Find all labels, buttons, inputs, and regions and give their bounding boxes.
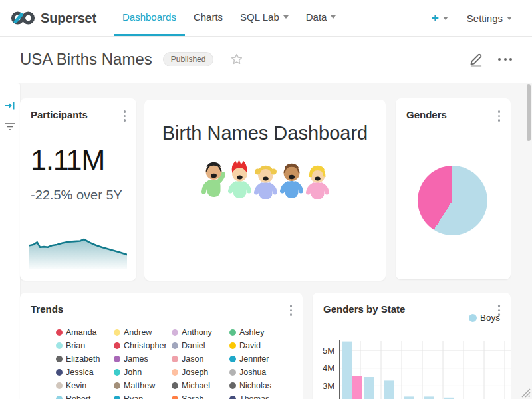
vertical-scrollbar[interactable] xyxy=(527,84,531,141)
new-item-button[interactable]: + xyxy=(432,11,448,25)
chart-card-genders: Genders xyxy=(396,98,511,279)
trends-legend-item[interactable]: Brian xyxy=(56,339,114,352)
superset-logo[interactable]: Superset xyxy=(11,0,96,36)
main-menu: Dashboards Charts SQL Lab Data xyxy=(114,0,344,36)
series-name: James xyxy=(124,354,148,364)
series-name: Ashley xyxy=(239,328,265,337)
dashboard-header: USA Births Names Published xyxy=(0,37,532,82)
trends-legend-item[interactable]: Daniel xyxy=(172,339,229,352)
series-name: Christopher xyxy=(124,341,167,350)
chevron-down-icon xyxy=(507,17,512,20)
series-color-dot xyxy=(229,369,236,376)
page-title: USA Births Names xyxy=(20,50,152,68)
series-color-dot xyxy=(56,382,63,389)
series-name: Michael xyxy=(182,381,210,390)
trends-legend-item[interactable]: Ashley xyxy=(229,326,287,339)
chart-title[interactable]: Genders by State xyxy=(323,303,405,315)
series-color-dot xyxy=(114,356,120,362)
settings-menu[interactable]: Settings xyxy=(467,13,512,24)
top-navbar: Superset Dashboards Charts SQL Lab Data … xyxy=(0,0,532,37)
series-color-dot xyxy=(229,342,236,349)
trends-legend-item[interactable]: John xyxy=(114,366,172,379)
trends-legend-item[interactable]: Andrew xyxy=(114,326,172,339)
series-name: Joseph xyxy=(182,368,208,377)
series-color-dot xyxy=(56,369,63,376)
filter-icon[interactable] xyxy=(5,122,15,134)
trends-legend-item[interactable]: Thomas xyxy=(229,392,287,399)
trends-legend-item[interactable]: Jason xyxy=(172,352,229,366)
big-number-value: 1.11M xyxy=(31,144,104,176)
series-color-dot xyxy=(229,382,236,389)
plus-icon: + xyxy=(432,11,439,25)
nav-item-charts[interactable]: Charts xyxy=(185,0,231,36)
series-color-dot xyxy=(172,396,178,399)
trends-legend-item[interactable]: Sarah xyxy=(172,392,229,399)
genders-pie-chart[interactable] xyxy=(418,166,487,235)
markdown-heading: Birth Names Dashboard xyxy=(144,122,386,144)
trends-legend-item[interactable]: Jessica xyxy=(56,366,114,379)
series-color-dot xyxy=(172,329,178,336)
favorite-star-icon[interactable] xyxy=(229,52,244,66)
trends-legend: AmandaAndrewAnthonyAshleyBrianChristophe… xyxy=(56,326,287,399)
trends-legend-item[interactable]: Ryan xyxy=(114,392,172,399)
svg-text:5M: 5M xyxy=(323,346,334,356)
series-color-dot xyxy=(56,356,63,362)
series-color-dot xyxy=(469,314,477,322)
edit-dashboard-icon[interactable] xyxy=(469,51,485,67)
svg-text:3M: 3M xyxy=(323,381,334,391)
series-color-dot xyxy=(172,356,178,362)
bar-chart[interactable]: 5M4M3M xyxy=(313,323,511,399)
series-color-dot xyxy=(229,356,236,362)
chevron-down-icon xyxy=(283,15,289,19)
nav-item-sql-lab[interactable]: SQL Lab xyxy=(231,0,297,36)
more-options-icon[interactable] xyxy=(289,303,294,317)
series-name: Joshua xyxy=(239,368,266,377)
series-color-dot xyxy=(56,342,63,349)
series-name: Kevin xyxy=(66,381,86,390)
trends-legend-item[interactable]: Jennifer xyxy=(229,352,287,366)
series-color-dot xyxy=(114,369,120,376)
series-name: Ryan xyxy=(124,394,143,399)
chart-title[interactable]: Genders xyxy=(406,109,447,120)
big-number-subheader: -22.5% over 5Y xyxy=(31,188,122,203)
more-options-icon[interactable] xyxy=(122,109,128,123)
series-name: Jason xyxy=(182,354,203,364)
chart-title[interactable]: Trends xyxy=(31,303,63,315)
series-name: David xyxy=(239,341,261,350)
trends-legend-item[interactable]: Christopher xyxy=(114,339,172,352)
infinity-logo-icon xyxy=(11,9,35,27)
nav-item-data[interactable]: Data xyxy=(297,0,345,36)
chart-title[interactable]: Participants xyxy=(31,109,88,120)
trends-legend-item[interactable]: Nicholas xyxy=(229,379,287,392)
trends-legend-item[interactable]: Joseph xyxy=(172,366,229,379)
nav-label: Data xyxy=(306,11,327,23)
resize-handle-icon[interactable] xyxy=(519,386,531,398)
children-illustration xyxy=(200,158,330,200)
trends-legend-item[interactable]: Robert xyxy=(56,392,114,399)
published-badge[interactable]: Published xyxy=(163,52,214,66)
trends-legend-item[interactable]: Kevin xyxy=(56,379,114,392)
series-name: Andrew xyxy=(124,328,152,337)
chart-card-genders-by-state: Genders by State Boys 5M4M3M xyxy=(313,293,511,399)
trends-legend-item[interactable]: Anthony xyxy=(172,326,229,339)
trends-legend-item[interactable]: Matthew xyxy=(114,379,172,392)
trends-legend-item[interactable]: Michael xyxy=(172,379,229,392)
trends-legend-item[interactable]: Amanda xyxy=(56,326,114,339)
series-color-dot xyxy=(172,342,178,349)
trends-legend-item[interactable]: Elizabeth xyxy=(56,352,114,366)
series-name: Robert xyxy=(66,394,91,399)
trendline-chart xyxy=(29,227,127,269)
nav-item-dashboards[interactable]: Dashboards xyxy=(114,0,185,36)
chevron-down-icon xyxy=(443,17,448,20)
series-color-dot xyxy=(56,396,63,399)
legend-item-boys[interactable]: Boys xyxy=(469,313,500,323)
trends-legend-item[interactable]: David xyxy=(229,339,287,352)
series-color-dot xyxy=(114,329,120,336)
series-name: Brian xyxy=(66,341,85,350)
more-actions-icon[interactable] xyxy=(498,58,512,61)
expand-filter-bar-icon[interactable] xyxy=(5,100,15,114)
trends-legend-item[interactable]: James xyxy=(114,352,172,366)
dashboard-grid: Participants 1.11M -22.5% over 5Y Birth … xyxy=(0,83,532,399)
trends-legend-item[interactable]: Joshua xyxy=(229,366,287,379)
more-options-icon[interactable] xyxy=(497,109,502,123)
